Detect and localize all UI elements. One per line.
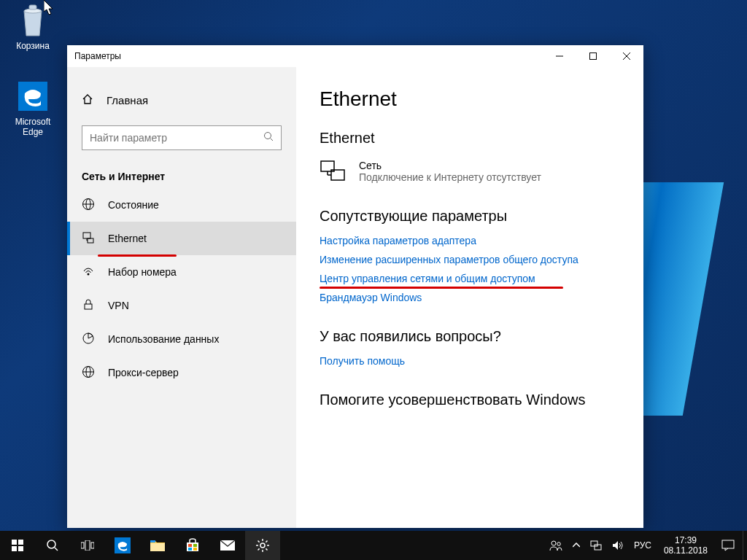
- page-title: Ethernet: [320, 88, 620, 111]
- sidebar-item-label: Ethernet: [108, 233, 147, 244]
- dialup-icon: [82, 265, 95, 280]
- edge-shortcut[interactable]: Microsoft Edge: [6, 79, 60, 137]
- taskbar-explorer[interactable]: [140, 531, 175, 560]
- proxy-icon: [82, 365, 95, 381]
- svg-rect-41: [188, 548, 192, 551]
- sidebar-item-label: Прокси-сервер: [108, 367, 179, 378]
- svg-line-31: [55, 548, 58, 551]
- svg-point-30: [47, 540, 55, 548]
- svg-point-16: [88, 273, 90, 275]
- svg-rect-40: [193, 544, 197, 547]
- connection-icon: [320, 160, 346, 182]
- link-network-center[interactable]: Центр управления сетями и общим доступом: [320, 273, 535, 284]
- search-input[interactable]: [90, 132, 263, 144]
- sidebar-item-label: Состояние: [108, 199, 159, 211]
- link-get-help[interactable]: Получить помощь: [320, 355, 405, 367]
- taskbar-store[interactable]: [175, 531, 210, 560]
- volume-icon[interactable]: [610, 531, 626, 560]
- status-icon: [82, 198, 95, 213]
- vpn-icon: [82, 298, 95, 314]
- connection-name: Сеть: [359, 160, 541, 171]
- window-title: Параметры: [67, 51, 121, 61]
- system-tray: РУС: [543, 531, 658, 560]
- svg-point-45: [551, 541, 556, 545]
- main-panel: Ethernet Ethernet Сеть Подключение к Инт…: [296, 67, 643, 528]
- clock-time: 17:39: [675, 535, 697, 545]
- sidebar-item-label: VPN: [108, 300, 129, 311]
- language-indicator[interactable]: РУС: [632, 531, 654, 560]
- improve-header: Помогите усовершенствовать Windows: [320, 392, 620, 408]
- sidebar-section-header: Сеть и Интернет: [67, 158, 296, 188]
- svg-rect-33: [85, 540, 90, 551]
- titlebar[interactable]: Параметры: [67, 45, 643, 67]
- svg-rect-29: [18, 546, 23, 551]
- task-view-button[interactable]: [70, 531, 105, 560]
- recycle-bin-icon: [15, 3, 50, 38]
- search-box[interactable]: [82, 125, 282, 150]
- close-button[interactable]: [610, 45, 643, 67]
- maximize-button[interactable]: [576, 45, 610, 67]
- svg-rect-49: [722, 540, 734, 548]
- recycle-bin-label: Корзина: [16, 41, 50, 51]
- svg-point-44: [260, 543, 265, 548]
- taskbar-mail[interactable]: [210, 531, 245, 560]
- svg-rect-28: [12, 546, 17, 551]
- svg-rect-37: [150, 540, 155, 542]
- svg-rect-42: [193, 548, 197, 551]
- minimize-button[interactable]: [543, 45, 576, 67]
- taskbar-edge[interactable]: [105, 531, 140, 560]
- recycle-bin[interactable]: Корзина: [6, 3, 60, 51]
- edge-icon: [15, 79, 50, 114]
- svg-point-7: [265, 133, 271, 139]
- svg-rect-39: [188, 544, 192, 547]
- sidebar-item-label: Использование данных: [108, 333, 219, 345]
- svg-rect-27: [18, 540, 23, 545]
- subsection-title: Ethernet: [320, 130, 620, 147]
- svg-rect-36: [150, 543, 165, 551]
- settings-window: Параметры Главная: [67, 45, 643, 528]
- sidebar-item-proxy[interactable]: Прокси-сервер: [67, 356, 296, 389]
- sidebar-item-datausage[interactable]: Использование данных: [67, 322, 296, 356]
- svg-rect-1: [29, 5, 36, 9]
- taskbar-settings[interactable]: [245, 531, 280, 560]
- sidebar-home-label: Главная: [107, 94, 148, 106]
- sidebar: Главная Сеть и Интернет Состояние: [67, 67, 296, 528]
- connection-status: Подключение к Интернету отсутствует: [359, 171, 541, 183]
- sidebar-item-status[interactable]: Состояние: [67, 188, 296, 222]
- people-icon[interactable]: [547, 531, 565, 560]
- svg-line-8: [271, 139, 274, 141]
- taskbar-search[interactable]: [35, 531, 70, 560]
- taskbar-clock[interactable]: 17:39 08.11.2018: [658, 531, 713, 560]
- svg-rect-4: [590, 53, 597, 60]
- related-header: Сопутствующие параметры: [320, 208, 620, 225]
- clock-date: 08.11.2018: [664, 545, 708, 556]
- start-button[interactable]: [0, 531, 35, 560]
- svg-rect-32: [81, 542, 84, 548]
- sidebar-home[interactable]: Главная: [67, 83, 296, 117]
- annotation-underline: [320, 287, 563, 289]
- datausage-icon: [82, 332, 95, 347]
- show-desktop-button[interactable]: [743, 531, 747, 560]
- sidebar-item-label: Набор номера: [108, 266, 177, 278]
- link-firewall[interactable]: Брандмауэр Windows: [320, 292, 422, 303]
- link-adapter-settings[interactable]: Настройка параметров адаптера: [320, 235, 476, 246]
- ethernet-icon: [82, 231, 95, 246]
- connection-row[interactable]: Сеть Подключение к Интернету отсутствует: [320, 160, 620, 183]
- svg-rect-34: [91, 542, 94, 548]
- link-advanced-sharing[interactable]: Изменение расширенных параметров общего …: [320, 254, 578, 265]
- svg-rect-26: [12, 540, 17, 545]
- sidebar-item-vpn[interactable]: VPN: [67, 289, 296, 322]
- svg-rect-12: [83, 233, 90, 238]
- home-icon: [82, 93, 93, 107]
- tray-chevron-icon[interactable]: [570, 531, 582, 560]
- edge-label: Microsoft Edge: [15, 117, 51, 137]
- sidebar-item-ethernet[interactable]: Ethernet: [67, 222, 296, 255]
- svg-rect-13: [88, 238, 93, 243]
- network-icon[interactable]: [588, 531, 604, 560]
- taskbar: РУС 17:39 08.11.2018: [0, 531, 747, 560]
- sidebar-item-dialup[interactable]: Набор номера: [67, 255, 296, 289]
- svg-rect-17: [85, 304, 92, 309]
- questions-header: У вас появились вопросы?: [320, 328, 620, 345]
- action-center-button[interactable]: [713, 531, 743, 560]
- svg-point-46: [557, 542, 561, 546]
